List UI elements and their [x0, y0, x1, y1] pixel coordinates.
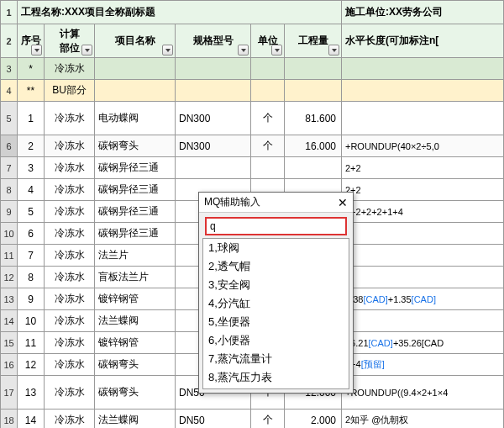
cell[interactable] — [95, 58, 176, 80]
cell[interactable]: 13 — [18, 376, 45, 410]
cell[interactable]: 冷冻水 — [45, 310, 95, 332]
cell[interactable]: 2.000 — [285, 410, 342, 429]
cell[interactable]: 冷冻水 — [45, 410, 95, 429]
col-spec[interactable]: 规格型号 — [176, 24, 251, 58]
filter-icon[interactable] — [162, 45, 173, 55]
cell[interactable]: 个 — [251, 102, 285, 135]
rowhead[interactable]: 18 — [1, 410, 18, 429]
cell[interactable]: 冷冻水 — [45, 179, 95, 201]
rowhead[interactable]: 15 — [1, 332, 18, 354]
col-formula[interactable]: 水平长度(可加标注n[ — [342, 24, 504, 58]
cell[interactable]: 冷冻水 — [45, 102, 95, 135]
cell[interactable]: 法兰蝶阀 — [95, 410, 176, 429]
cell[interactable]: 碳钢异径三通 — [95, 157, 176, 179]
cell[interactable] — [176, 80, 251, 102]
cell[interactable]: 11 — [18, 332, 45, 354]
cell[interactable]: 6+4[预留] — [342, 354, 504, 376]
cell[interactable]: 冷冻水 — [45, 245, 95, 267]
cell[interactable]: DN300 — [176, 102, 251, 135]
table-row[interactable]: 73冷冻水碳钢异径三通2+2 — [1, 157, 504, 179]
close-icon[interactable]: ✕ — [338, 197, 348, 209]
rowhead-1[interactable]: 1 — [1, 1, 18, 24]
cell[interactable] — [342, 80, 504, 102]
cell[interactable] — [285, 58, 342, 80]
filter-icon[interactable] — [271, 45, 282, 55]
cell[interactable]: * — [18, 58, 45, 80]
table-row[interactable]: 4**BU部分 — [1, 80, 504, 102]
popup-item[interactable]: 7,蒸汽流量计 — [203, 350, 349, 368]
col-unit[interactable]: 单位 — [251, 24, 285, 58]
popup-list[interactable]: 1,球阀2,透气帽3,安全阀4,分汽缸5,坐便器6,小便器7,蒸汽流量计8,蒸汽… — [202, 238, 349, 389]
popup-item[interactable]: 5,坐便器 — [203, 313, 349, 331]
rowhead[interactable]: 12 — [1, 267, 18, 288]
rowhead[interactable]: 14 — [1, 310, 18, 332]
filter-icon[interactable] — [31, 45, 42, 55]
table-row[interactable]: 1814冷冻水法兰蝶阀DN50个2.0002知乎 @仇朝权 — [1, 410, 504, 429]
cell[interactable]: 4 — [18, 179, 45, 201]
cell[interactable]: 冷冻水 — [45, 201, 95, 223]
cell[interactable] — [342, 102, 504, 135]
cell[interactable] — [342, 245, 504, 267]
cell[interactable]: 冷冻水 — [45, 288, 95, 310]
rowhead[interactable]: 11 — [1, 245, 18, 267]
cell[interactable]: 碳钢异径三通 — [95, 179, 176, 201]
cell[interactable]: 9 — [18, 288, 45, 310]
cell[interactable]: 2+2+2+2+1+4 — [342, 201, 504, 223]
cell[interactable] — [342, 267, 504, 288]
cell[interactable]: 36.21[CAD]+35.26[CAD — [342, 332, 504, 354]
popup-item[interactable]: 2,透气帽 — [203, 257, 349, 276]
cell[interactable]: 个 — [251, 410, 285, 429]
rowhead[interactable]: 13 — [1, 288, 18, 310]
cell[interactable] — [285, 157, 342, 179]
cell[interactable]: 5 — [18, 201, 45, 223]
cell[interactable]: 冷冻水 — [45, 157, 95, 179]
popup-item[interactable]: 8,蒸汽压力表 — [203, 368, 349, 387]
rowhead[interactable]: 3 — [1, 58, 18, 80]
cell[interactable]: 冷冻水 — [45, 135, 95, 157]
cell[interactable] — [176, 58, 251, 80]
cell[interactable]: 8 — [18, 267, 45, 288]
popup-item[interactable]: 4,分汽缸 — [203, 294, 349, 313]
rowhead[interactable]: 9 — [1, 201, 18, 223]
cell[interactable] — [251, 58, 285, 80]
rowhead[interactable]: 7 — [1, 157, 18, 179]
cell[interactable] — [342, 58, 504, 80]
filter-icon[interactable] — [328, 45, 339, 55]
cell[interactable] — [251, 157, 285, 179]
cell[interactable]: 10 — [18, 310, 45, 332]
rowhead[interactable]: 6 — [1, 135, 18, 157]
popup-search-input[interactable] — [206, 218, 346, 235]
rowhead-2[interactable]: 2 — [1, 24, 18, 58]
popup-item[interactable]: 1,球阀 — [203, 239, 349, 257]
cell[interactable]: 16.000 — [285, 135, 342, 157]
cell[interactable]: 2 — [18, 135, 45, 157]
cell[interactable]: 冷冻水 — [45, 223, 95, 245]
cell[interactable]: 12 — [18, 354, 45, 376]
cell[interactable]: 电动蝶阀 — [95, 102, 176, 135]
cell[interactable]: ** — [18, 80, 45, 102]
cell[interactable]: 1.38[CAD]+1.35[CAD] — [342, 288, 504, 310]
rowhead[interactable]: 10 — [1, 223, 18, 245]
table-row[interactable]: 62冷冻水碳钢弯头DN300个16.000+ROUNDUP(40×2÷5,0 — [1, 135, 504, 157]
cell[interactable]: 81.600 — [285, 102, 342, 135]
cell[interactable]: BU部分 — [45, 80, 95, 102]
rowhead[interactable]: 17 — [1, 376, 18, 410]
cell[interactable]: 冷冻水 — [45, 267, 95, 288]
cell[interactable] — [251, 80, 285, 102]
cell[interactable]: 2+2 — [342, 179, 504, 201]
cell[interactable]: 冷冻水 — [45, 332, 95, 354]
cell[interactable]: 冷冻水 — [45, 376, 95, 410]
cell[interactable]: 2知乎 @仇朝权 — [342, 410, 504, 429]
cell[interactable]: 碳钢弯头 — [95, 376, 176, 410]
cell[interactable]: 碳钢异径三通 — [95, 201, 176, 223]
cell[interactable]: 冷冻水 — [45, 58, 95, 80]
cell[interactable]: 1 — [18, 102, 45, 135]
cell[interactable]: 碳钢弯头 — [95, 354, 176, 376]
filter-icon[interactable] — [238, 45, 249, 55]
cell[interactable]: DN50 — [176, 410, 251, 429]
cell[interactable] — [95, 80, 176, 102]
table-row[interactable]: 3*冷冻水 — [1, 58, 504, 80]
cell[interactable]: 2 — [342, 310, 504, 332]
cell[interactable]: 镀锌钢管 — [95, 332, 176, 354]
popup-item[interactable]: 9,排水球阀 — [203, 387, 349, 389]
